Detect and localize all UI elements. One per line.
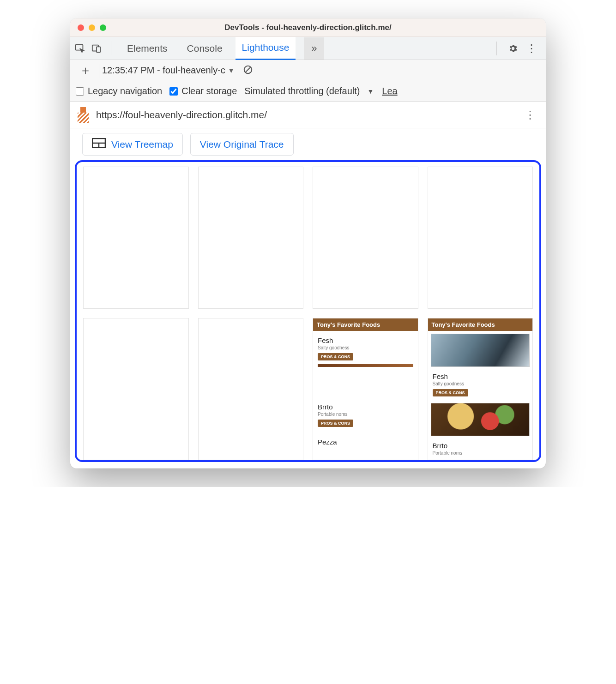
more-menu-icon[interactable]: ⋮	[526, 43, 537, 54]
mini-page-body: Fesh Salty goodness PROS & CONS	[428, 367, 533, 400]
device-toolbar-icon[interactable]	[91, 43, 102, 54]
mini-item-subtitle: Salty goodness	[433, 381, 528, 386]
legacy-navigation-checkbox[interactable]: Legacy navigation	[76, 86, 162, 96]
mini-item-subtitle: Portable noms	[318, 412, 413, 417]
separator	[111, 42, 111, 55]
filmstrip-grid: Tony's Favorite Foods Fesh Salty goodnes…	[83, 167, 533, 460]
lighthouse-logo-icon	[77, 107, 90, 123]
throttling-label: Simulated throttling (default)	[244, 86, 360, 96]
filmstrip-frame-1[interactable]	[83, 167, 189, 309]
legacy-navigation-input[interactable]	[76, 87, 84, 96]
mini-page-header: Tony's Favorite Foods	[428, 318, 533, 331]
mini-item-title: Brrto	[433, 442, 528, 450]
filmstrip-frame-2[interactable]	[198, 167, 304, 309]
lighthouse-options-bar: Legacy navigation Clear storage Simulate…	[70, 81, 546, 102]
zoom-window-button[interactable]	[100, 24, 106, 31]
close-window-button[interactable]	[78, 24, 84, 31]
treemap-icon	[92, 138, 106, 150]
separator	[99, 64, 99, 78]
titlebar: DevTools - foul-heavenly-direction.glitc…	[70, 18, 546, 37]
devtools-tabbar: Elements Console Lighthouse » ⋮	[70, 37, 546, 60]
tab-lighthouse[interactable]: Lighthouse	[236, 36, 296, 60]
filmstrip-frame-5[interactable]	[83, 318, 189, 460]
view-treemap-label: View Treemap	[111, 139, 173, 150]
filmstrip-highlight: Tony's Favorite Foods Fesh Salty goodnes…	[75, 160, 541, 462]
separator	[496, 42, 497, 55]
mini-item-subtitle: Portable noms	[433, 450, 528, 456]
mini-page-header: Tony's Favorite Foods	[313, 318, 418, 331]
filmstrip-frame-8[interactable]: Tony's Favorite Foods Fesh Salty goodnes…	[428, 318, 533, 460]
legacy-navigation-label: Legacy navigation	[88, 86, 162, 96]
tabs-overflow-button[interactable]: »	[304, 37, 324, 60]
mini-item-subtitle: Salty goodness	[318, 345, 413, 350]
filmstrip-frame-6[interactable]	[198, 318, 304, 460]
report-url-bar: https://foul-heavenly-direction.glitch.m…	[70, 102, 546, 128]
tab-elements[interactable]: Elements	[121, 37, 174, 60]
mini-item-title: Brrto	[318, 403, 413, 411]
mini-item-title: Fesh	[318, 336, 413, 344]
mini-page-body: Fesh Salty goodness PROS & CONS Brrto Po…	[313, 331, 418, 450]
view-original-trace-button[interactable]: View Original Trace	[190, 133, 294, 156]
filmstrip-frame-4[interactable]	[428, 167, 533, 309]
svg-rect-2	[97, 47, 100, 52]
tab-console[interactable]: Console	[181, 37, 229, 60]
report-url: https://foul-heavenly-direction.glitch.m…	[96, 109, 522, 120]
new-report-button[interactable]: ＋	[75, 62, 96, 78]
window-controls	[70, 24, 106, 31]
mini-fish-image	[431, 334, 530, 367]
pros-cons-pill: PROS & CONS	[433, 389, 468, 396]
clear-reports-icon[interactable]	[243, 65, 253, 77]
filmstrip-frame-7[interactable]: Tony's Favorite Foods Fesh Salty goodnes…	[313, 318, 418, 460]
mini-item-title: Fesh	[433, 372, 528, 380]
dropdown-caret-icon[interactable]: ▼	[367, 88, 374, 95]
minimize-window-button[interactable]	[89, 24, 95, 31]
mini-page-body: Brrto Portable noms	[428, 436, 533, 459]
clear-storage-checkbox[interactable]: Clear storage	[169, 86, 237, 96]
settings-gear-icon[interactable]	[508, 43, 518, 54]
pros-cons-pill: PROS & CONS	[318, 420, 353, 427]
report-action-buttons: View Treemap View Original Trace	[70, 128, 546, 157]
view-treemap-button[interactable]: View Treemap	[82, 133, 183, 156]
pros-cons-pill: PROS & CONS	[318, 353, 353, 360]
devtools-window: DevTools - foul-heavenly-direction.glitc…	[70, 18, 546, 468]
window-title: DevTools - foul-heavenly-direction.glitc…	[70, 23, 546, 32]
mini-burrito-image	[431, 403, 530, 436]
report-name: 12:35:47 PM - foul-heavenly-c	[102, 65, 225, 76]
learn-more-link[interactable]: Lea	[382, 86, 397, 96]
report-menu-icon[interactable]: ⋮	[522, 108, 539, 121]
view-original-trace-label: View Original Trace	[200, 139, 284, 150]
lighthouse-report-bar: ＋ 12:35:47 PM - foul-heavenly-c ▼	[70, 60, 546, 81]
inspect-element-icon[interactable]	[75, 43, 85, 54]
mini-item-title: Pezza	[318, 438, 413, 446]
dropdown-caret-icon: ▼	[228, 67, 235, 74]
clear-storage-label: Clear storage	[181, 86, 237, 96]
report-dropdown[interactable]: 12:35:47 PM - foul-heavenly-c ▼	[102, 65, 235, 76]
clear-storage-input[interactable]	[169, 87, 178, 96]
filmstrip-frame-3[interactable]	[313, 167, 418, 309]
